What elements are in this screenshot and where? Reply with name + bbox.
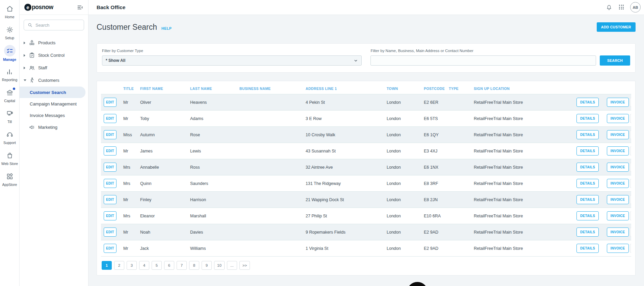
details-button[interactable]: DETAILS xyxy=(576,98,599,107)
sidebar-nav-item[interactable]: Stock Control xyxy=(20,49,88,62)
details-button[interactable]: DETAILS xyxy=(576,146,599,156)
edit-button[interactable]: EDIT xyxy=(104,98,117,107)
name-filter-input[interactable] xyxy=(370,55,596,66)
page-button[interactable]: 4 xyxy=(139,261,149,270)
page-button[interactable]: 7 xyxy=(177,261,187,270)
delete-button[interactable]: X xyxy=(630,179,631,188)
invoice-button[interactable]: INVOICE xyxy=(607,228,629,237)
invoice-button[interactable]: INVOICE xyxy=(607,130,629,139)
details-button[interactable]: DETAILS xyxy=(576,163,599,172)
customer-row: EDIT Mrs Eleanor Marshall 27 Philip St L… xyxy=(101,208,631,224)
delete-button[interactable]: X xyxy=(630,211,631,220)
invoice-button[interactable]: INVOICE xyxy=(607,179,629,188)
invoice-button[interactable]: INVOICE xyxy=(607,98,629,107)
bell-icon[interactable] xyxy=(605,3,613,11)
postcode-cell: E2 6ER xyxy=(421,94,446,111)
page-button[interactable]: 8 xyxy=(189,261,199,270)
invoice-button[interactable]: INVOICE xyxy=(607,114,629,123)
add-customer-button[interactable]: ADD CUSTOMER xyxy=(597,22,636,32)
details-button[interactable]: DETAILS xyxy=(576,244,599,253)
business-name-cell xyxy=(237,240,303,257)
rail-item[interactable]: Capital xyxy=(0,87,20,103)
edit-button[interactable]: EDIT xyxy=(104,163,117,172)
delete-button[interactable]: X xyxy=(630,228,631,237)
edit-button[interactable]: EDIT xyxy=(104,114,117,123)
customer-row: EDIT Mrs Quinn Saunders 131 The Ridgeway… xyxy=(101,175,631,192)
edit-button[interactable]: EDIT xyxy=(104,244,117,253)
delete-button[interactable]: X xyxy=(630,114,631,123)
details-button[interactable]: DETAILS xyxy=(576,114,599,123)
sidebar-nav-item[interactable]: Customer Search xyxy=(20,87,85,98)
sidebar-header: e posnow xyxy=(20,0,88,15)
rail-item[interactable]: Web Store xyxy=(0,150,20,166)
delete-button[interactable]: X xyxy=(630,244,631,253)
rail-item[interactable]: AppStore xyxy=(0,171,20,187)
collapse-sidebar-icon[interactable] xyxy=(77,4,84,11)
help-link[interactable]: HELP xyxy=(161,26,172,30)
invoice-button[interactable]: INVOICE xyxy=(607,244,629,253)
details-button[interactable]: DETAILS xyxy=(576,228,599,237)
page-button[interactable]: 1 xyxy=(102,261,112,270)
rail-item[interactable]: Manage xyxy=(0,45,20,62)
page-button[interactable]: >> xyxy=(239,261,250,270)
delete-button[interactable]: X xyxy=(630,163,631,172)
invoice-button[interactable]: INVOICE xyxy=(607,211,629,220)
rail-item[interactable]: Support xyxy=(0,129,20,145)
type-cell xyxy=(446,192,471,208)
rail-item[interactable]: Till xyxy=(0,108,20,124)
sidebar-nav-item[interactable]: Staff xyxy=(20,62,88,74)
edit-button[interactable]: EDIT xyxy=(104,146,117,156)
title-cell: Mrs xyxy=(121,208,137,224)
page-button[interactable]: 6 xyxy=(164,261,174,270)
apps-grid-icon[interactable] xyxy=(619,5,624,10)
page-button[interactable]: 9 xyxy=(202,261,212,270)
sidebar-nav-item-label: Stock Control xyxy=(38,53,65,58)
delete-button[interactable]: X xyxy=(630,146,631,156)
sidebar-search-input[interactable]: Search xyxy=(24,20,84,30)
avatar[interactable]: AB xyxy=(630,2,641,13)
edit-button[interactable]: EDIT xyxy=(104,195,117,204)
first-name-cell: Eleanor xyxy=(137,208,187,224)
town-cell: London xyxy=(384,208,421,224)
delete-button[interactable]: X xyxy=(630,98,631,107)
invoice-button[interactable]: INVOICE xyxy=(607,195,629,204)
postcode-cell: E8 2JN xyxy=(421,192,446,208)
pagination: 1 2 3 4 5 6 7 8 9 10 ... >> xyxy=(101,261,631,270)
details-button[interactable]: DETAILS xyxy=(576,130,599,139)
rail-item[interactable]: Home xyxy=(0,3,20,20)
page-button[interactable]: 10 xyxy=(214,261,225,270)
sidebar-nav-item[interactable]: Marketing xyxy=(20,121,88,134)
edit-button[interactable]: EDIT xyxy=(104,211,117,220)
invoice-button[interactable]: INVOICE xyxy=(607,163,629,172)
edit-button[interactable]: EDIT xyxy=(104,130,117,139)
signup-location-cell: RetailFreeTrial Main Store xyxy=(471,224,567,240)
customer-type-select[interactable]: * Show All xyxy=(102,55,362,66)
edit-button[interactable]: EDIT xyxy=(104,179,117,188)
eposnow-logo[interactable]: e posnow xyxy=(24,4,53,11)
rail-item[interactable]: Setup xyxy=(0,24,20,41)
delete-button[interactable]: X xyxy=(630,195,631,204)
customer-table: TITLE FIRST NAME LAST NAME BUSINESS NAME… xyxy=(101,84,631,257)
page-button[interactable]: 5 xyxy=(152,261,162,270)
details-button[interactable]: DETAILS xyxy=(576,211,599,220)
last-name-cell: Marshall xyxy=(187,208,237,224)
page-button[interactable]: 3 xyxy=(127,261,137,270)
sidebar-nav-item[interactable]: Campaign Management xyxy=(20,98,88,110)
sidebar-nav-item[interactable]: Products xyxy=(20,37,88,49)
edit-button[interactable]: EDIT xyxy=(104,228,117,237)
page-button[interactable]: 2 xyxy=(114,261,124,270)
sidebar-nav-item[interactable]: Invoice Messages xyxy=(20,110,88,121)
first-name-cell: Oliver xyxy=(137,94,187,111)
details-button[interactable]: DETAILS xyxy=(576,179,599,188)
column-header-type: TYPE xyxy=(446,84,471,94)
type-cell xyxy=(446,159,471,175)
invoice-button[interactable]: INVOICE xyxy=(607,146,629,156)
first-name-cell: Finley xyxy=(137,192,187,208)
search-button[interactable]: SEARCH xyxy=(600,55,630,66)
page-button[interactable]: ... xyxy=(227,261,237,270)
sidebar-nav-item[interactable]: Customers xyxy=(20,74,88,87)
details-button[interactable]: DETAILS xyxy=(576,195,599,204)
delete-button[interactable]: X xyxy=(630,130,631,139)
business-name-cell xyxy=(237,111,303,127)
rail-item[interactable]: Reporting xyxy=(0,66,20,82)
